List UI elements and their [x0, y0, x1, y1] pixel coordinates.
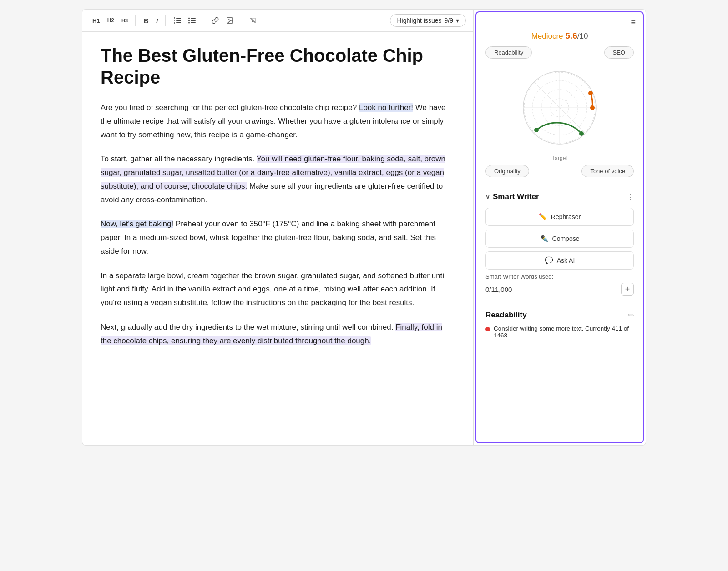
readability-header: Readability ✏ — [485, 311, 634, 320]
paragraph-4[interactable]: In a separate large bowl, cream together… — [101, 269, 455, 310]
compose-label: Compose — [552, 235, 580, 242]
svg-point-25 — [579, 131, 584, 136]
add-words-button[interactable]: + — [621, 283, 634, 296]
svg-rect-8 — [191, 22, 196, 23]
red-dot-icon — [485, 327, 490, 331]
readability-item: Consider writing some more text. Current… — [485, 325, 634, 339]
collapse-icon[interactable]: ∨ — [485, 194, 490, 200]
svg-point-26 — [534, 128, 539, 132]
list-group: 123 — [171, 15, 203, 25]
insert-group — [209, 15, 241, 26]
paragraph-1[interactable]: Are you tired of searching for the perfe… — [101, 101, 455, 141]
words-used-label: Smart Writer Words used: — [485, 273, 634, 280]
clear-format-button[interactable] — [247, 15, 259, 26]
bold-button[interactable]: B — [141, 15, 152, 26]
image-button[interactable] — [223, 15, 236, 26]
chevron-down-icon: ▾ — [456, 17, 459, 24]
score-section: Mediocre 5.6/10 Readability SEO — [476, 31, 643, 185]
rephraser-label: Rephraser — [551, 213, 581, 220]
highlight-look-no-further: Look no further! — [359, 103, 413, 112]
words-count: 0/11,000 — [485, 286, 512, 293]
format-group: B I — [141, 15, 166, 26]
tab-tone-of-voice[interactable]: Tone of voice — [581, 165, 634, 177]
link-button[interactable] — [209, 15, 222, 26]
h3-button[interactable]: H3 — [119, 16, 131, 25]
ordered-list-button[interactable]: 123 — [171, 15, 184, 25]
score-tabs-bottom: Originality Tone of voice — [485, 165, 634, 177]
score-label: Mediocre 5.6/10 — [485, 31, 634, 41]
readability-edit-icon[interactable]: ✏ — [628, 311, 634, 320]
heading-group: H1 H2 H3 — [90, 15, 136, 26]
svg-rect-0 — [176, 18, 181, 19]
tab-originality[interactable]: Originality — [485, 165, 529, 177]
ask-ai-label: Ask AI — [557, 257, 575, 264]
svg-point-28 — [590, 105, 595, 110]
svg-rect-6 — [191, 18, 196, 19]
paragraph-3[interactable]: Now, let's get baking! Preheat your oven… — [101, 217, 455, 258]
more-options-icon[interactable]: ⋮ — [627, 193, 634, 201]
highlight-count: 9/9 — [445, 17, 453, 24]
rephraser-icon: ✏️ — [539, 213, 547, 221]
right-panel: ≡ Mediocre 5.6/10 Readability SEO — [475, 11, 644, 443]
paragraph-2[interactable]: To start, gather all the necessary ingre… — [101, 152, 455, 206]
tab-readability[interactable]: Readability — [485, 46, 532, 59]
h2-button[interactable]: H2 — [105, 15, 117, 25]
italic-button[interactable]: I — [153, 15, 161, 26]
highlight-issues-button[interactable]: Highlight issues 9/9 ▾ — [390, 14, 466, 27]
radar-chart — [514, 62, 605, 153]
highlight-ingredients: You will need gluten-free flour, baking … — [101, 155, 445, 190]
left-panel: H1 H2 H3 B I 123 — [82, 10, 474, 445]
paragraph-5[interactable]: Next, gradually add the dry ingredients … — [101, 321, 455, 348]
smart-writer-header: ∨ Smart Writer ⋮ — [485, 192, 634, 201]
svg-point-11 — [188, 22, 190, 24]
smart-writer-label: Smart Writer — [493, 192, 539, 201]
score-quality: Mediocre — [531, 32, 563, 40]
compose-icon: ✒️ — [540, 235, 549, 243]
tab-seo[interactable]: SEO — [604, 46, 634, 59]
highlight-baking: Now, let's get baking! — [101, 220, 173, 228]
highlight-chocolate-chips: Finally, fold in the chocolate chips, en… — [101, 323, 442, 345]
h1-button[interactable]: H1 — [90, 15, 103, 26]
svg-point-13 — [228, 19, 229, 20]
smart-writer-section: ∨ Smart Writer ⋮ ✏️ Rephraser ✒️ Compose… — [476, 185, 643, 303]
editor-area[interactable]: The Best Gluten-Free Chocolate Chip Reci… — [82, 32, 473, 445]
smart-writer-title: ∨ Smart Writer — [485, 192, 539, 201]
radar-chart-wrapper — [485, 62, 634, 153]
svg-point-10 — [188, 20, 190, 21]
radar-target-label: Target — [485, 155, 634, 161]
clear-group — [247, 15, 264, 26]
article-title[interactable]: The Best Gluten-Free Chocolate Chip Reci… — [101, 45, 455, 88]
menu-icon[interactable]: ≡ — [631, 18, 636, 27]
svg-point-27 — [588, 91, 593, 95]
words-used-value: 0 — [485, 286, 489, 293]
unordered-list-button[interactable] — [186, 15, 198, 25]
svg-rect-2 — [176, 22, 181, 23]
main-container: H1 H2 H3 B I 123 — [82, 9, 646, 446]
score-tabs-top: Readability SEO — [485, 46, 634, 59]
compose-button[interactable]: ✒️ Compose — [485, 230, 634, 248]
ask-ai-button[interactable]: 💬 Ask AI — [485, 251, 634, 270]
highlight-label: Highlight issues — [397, 17, 441, 24]
words-count-row: 0/11,000 + — [485, 283, 634, 296]
svg-rect-7 — [191, 20, 196, 21]
score-value: 5.6 — [565, 31, 577, 40]
right-panel-header: ≡ — [476, 12, 643, 31]
score-max: /10 — [577, 32, 588, 40]
rephraser-button[interactable]: ✏️ Rephraser — [485, 208, 634, 226]
svg-point-9 — [188, 18, 190, 19]
svg-text:3: 3 — [174, 21, 175, 24]
readability-text: Consider writing some more text. Current… — [494, 325, 634, 339]
words-total-value: 11,000 — [491, 286, 512, 293]
readability-section: Readability ✏ Consider writing some more… — [476, 303, 643, 346]
readability-title: Readability — [485, 311, 527, 320]
ask-ai-icon: 💬 — [545, 256, 553, 265]
toolbar: H1 H2 H3 B I 123 — [82, 10, 473, 32]
svg-rect-1 — [176, 20, 181, 21]
